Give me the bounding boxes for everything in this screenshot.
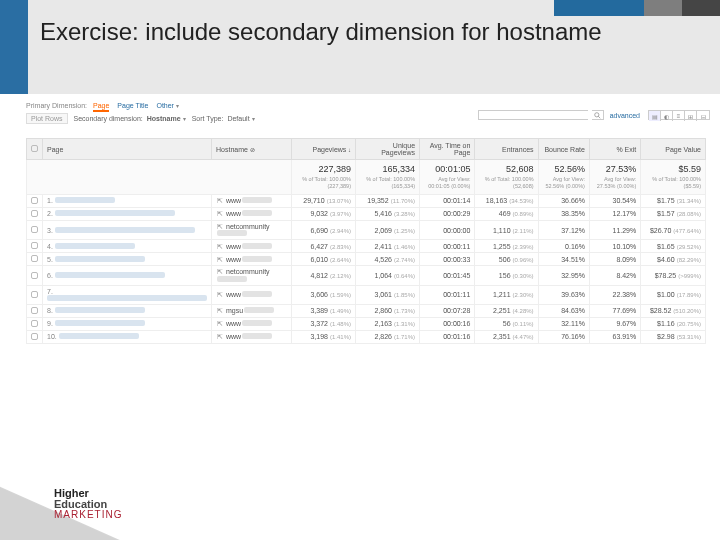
cell-avg-time: 00:07:28 <box>420 304 475 317</box>
external-link-icon[interactable]: ⇱ <box>216 256 223 263</box>
row-checkbox[interactable] <box>31 272 38 279</box>
row-checkbox[interactable] <box>31 333 38 340</box>
col-entrances[interactable]: Entrances <box>475 139 538 160</box>
plot-rows-button[interactable]: Plot Rows <box>26 113 68 124</box>
external-link-icon[interactable]: ⇱ <box>216 269 223 276</box>
cell-page[interactable]: 2. <box>43 207 212 220</box>
cell-hostname: ⇱netcommunity <box>212 266 292 286</box>
dimension-other[interactable]: Other <box>156 102 174 109</box>
table-row[interactable]: 3. ⇱netcommunity6,690(2.94%)2,069(1.25%)… <box>27 220 706 240</box>
cell-unique-pageviews: 5,416(3.28%) <box>356 207 420 220</box>
external-link-icon[interactable]: ⇱ <box>216 211 223 218</box>
primary-dimension-row[interactable]: Primary Dimension: Page Page Title Other… <box>26 102 710 109</box>
view-toggle-group: ▤ ◐ ≡ ⊞ ⊟ <box>648 110 710 120</box>
col-unique-pageviews[interactable]: Unique Pageviews <box>356 139 420 160</box>
table-row[interactable]: 10. ⇱www3,198(1.41%)2,826(1.71%)00:01:16… <box>27 330 706 343</box>
cell-pageviews: 3,198(1.41%) <box>292 330 356 343</box>
dimension-page-title[interactable]: Page Title <box>117 102 148 109</box>
col-checkbox[interactable] <box>27 139 43 160</box>
cell-unique-pageviews: 1,064(0.64%) <box>356 266 420 286</box>
cell-page-value: $2.98(53.31%) <box>641 330 706 343</box>
cell-unique-pageviews: 2,826(1.71%) <box>356 330 420 343</box>
external-link-icon[interactable]: ⇱ <box>216 198 223 205</box>
table-row[interactable]: 5. ⇱www6,010(2.64%)4,526(2.74%)00:00:335… <box>27 253 706 266</box>
col-bounce-rate[interactable]: Bounce Rate <box>538 139 589 160</box>
cell-bounce-rate: 32.11% <box>538 317 589 330</box>
cell-page[interactable]: 3. <box>43 220 212 240</box>
table-row[interactable]: 4. ⇱www6,427(2.83%)2,411(1.46%)00:00:111… <box>27 240 706 253</box>
row-checkbox[interactable] <box>31 320 38 327</box>
cell-entrances: 56(0.11%) <box>475 317 538 330</box>
row-checkbox[interactable] <box>31 255 38 262</box>
cell-hostname: ⇱www <box>212 194 292 207</box>
row-checkbox[interactable] <box>31 242 38 249</box>
cell-hostname: ⇱www <box>212 330 292 343</box>
table-row[interactable]: 8. ⇱mgsu3,389(1.49%)2,860(1.73%)00:07:28… <box>27 304 706 317</box>
cell-bounce-rate: 38.35% <box>538 207 589 220</box>
row-checkbox[interactable] <box>31 210 38 217</box>
cell-exit: 9.67% <box>589 317 640 330</box>
cell-page[interactable]: 10. <box>43 330 212 343</box>
sort-type-select[interactable]: Sort Type: Default <box>192 115 255 122</box>
col-avg-time[interactable]: Avg. Time on Page <box>420 139 475 160</box>
cell-unique-pageviews: 2,069(1.25%) <box>356 220 420 240</box>
cell-pageviews: 3,389(1.49%) <box>292 304 356 317</box>
cell-page[interactable]: 7. <box>43 285 212 304</box>
secondary-dimension-select[interactable]: Secondary dimension: Hostname <box>74 115 186 122</box>
cell-bounce-rate: 36.66% <box>538 194 589 207</box>
table-row[interactable]: 2. ⇱www9,032(3.97%)5,416(3.28%)00:00:294… <box>27 207 706 220</box>
table-row[interactable]: 6. ⇱netcommunity4,812(2.12%)1,064(0.64%)… <box>27 266 706 286</box>
external-link-icon[interactable]: ⇱ <box>216 243 223 250</box>
cell-hostname: ⇱mgsu <box>212 304 292 317</box>
view-performance-icon[interactable]: ≡ <box>673 111 685 121</box>
cell-page[interactable]: 1. <box>43 194 212 207</box>
view-comparison-icon[interactable]: ⊞ <box>685 111 697 121</box>
view-percentage-icon[interactable]: ◐ <box>661 111 673 121</box>
cell-unique-pageviews: 2,860(1.73%) <box>356 304 420 317</box>
row-checkbox[interactable] <box>31 226 38 233</box>
cell-hostname: ⇱www <box>212 317 292 330</box>
cell-page-value: $1.57(28.08%) <box>641 207 706 220</box>
row-checkbox[interactable] <box>31 197 38 204</box>
search-input[interactable] <box>478 110 588 120</box>
table-row[interactable]: 9. ⇱www3,372(1.48%)2,163(1.31%)00:00:165… <box>27 317 706 330</box>
cell-unique-pageviews: 3,061(1.85%) <box>356 285 420 304</box>
external-link-icon[interactable]: ⇱ <box>216 334 223 341</box>
col-hostname[interactable]: Hostname ⊘ <box>212 139 292 160</box>
cell-entrances: 1,211(2.30%) <box>475 285 538 304</box>
external-link-icon[interactable]: ⇱ <box>216 321 223 328</box>
cell-exit: 30.54% <box>589 194 640 207</box>
view-table-icon[interactable]: ▤ <box>649 111 661 121</box>
col-pageviews[interactable]: Pageviews <box>292 139 356 160</box>
col-page[interactable]: Page <box>43 139 212 160</box>
advanced-link[interactable]: advanced <box>610 112 640 119</box>
row-checkbox[interactable] <box>31 307 38 314</box>
cell-page[interactable]: 8. <box>43 304 212 317</box>
cell-exit: 11.29% <box>589 220 640 240</box>
cell-page[interactable]: 4. <box>43 240 212 253</box>
header-accent-bar <box>0 0 28 94</box>
row-checkbox[interactable] <box>31 291 38 298</box>
external-link-icon[interactable]: ⇱ <box>216 223 223 230</box>
cell-page[interactable]: 5. <box>43 253 212 266</box>
cell-page-value: $1.00(17.89%) <box>641 285 706 304</box>
table-row[interactable]: 1. ⇱www29,710(13.07%)19,352(11.70%)00:01… <box>27 194 706 207</box>
cell-bounce-rate: 32.95% <box>538 266 589 286</box>
view-pivot-icon[interactable]: ⊟ <box>697 111 709 121</box>
external-link-icon[interactable]: ⇱ <box>216 308 223 315</box>
cell-hostname: ⇱www <box>212 285 292 304</box>
table-row[interactable]: 7. ⇱www3,606(1.59%)3,061(1.85%)00:01:111… <box>27 285 706 304</box>
cell-avg-time: 00:00:16 <box>420 317 475 330</box>
cell-entrances: 1,110(2.11%) <box>475 220 538 240</box>
col-page-value[interactable]: Page Value <box>641 139 706 160</box>
cell-page[interactable]: 6. <box>43 266 212 286</box>
cell-avg-time: 00:00:00 <box>420 220 475 240</box>
cell-entrances: 506(0.96%) <box>475 253 538 266</box>
col-exit[interactable]: % Exit <box>589 139 640 160</box>
search-icon[interactable] <box>592 110 604 120</box>
cell-page[interactable]: 9. <box>43 317 212 330</box>
cell-page-value: $1.75(31.34%) <box>641 194 706 207</box>
dimension-page[interactable]: Page <box>93 102 109 112</box>
external-link-icon[interactable]: ⇱ <box>216 292 223 299</box>
primary-dimension-label: Primary Dimension: <box>26 102 87 109</box>
